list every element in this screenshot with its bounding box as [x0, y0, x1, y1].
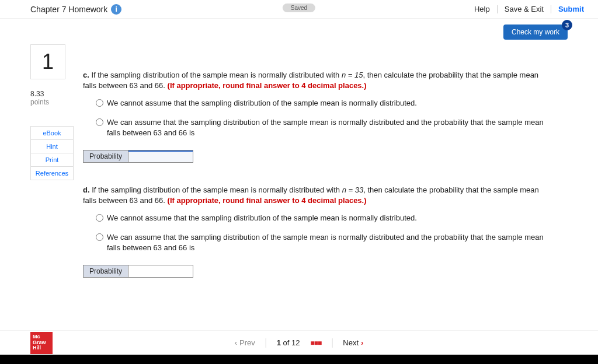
sidebar-link-ebook[interactable]: eBook: [30, 126, 74, 140]
part-c-label: c.: [83, 71, 89, 79]
chevron-right-icon: ›: [361, 338, 363, 347]
help-link[interactable]: Help: [467, 5, 497, 13]
question-content: c. If the sampling distribution of the s…: [83, 44, 568, 300]
footer: Mc Graw Hill ‹ Prev 1 of 12 ■■■ Next ›: [0, 330, 598, 364]
header-actions: Help Save & Exit Submit: [467, 5, 591, 13]
total-pages: 12: [291, 338, 300, 347]
saved-badge: Saved: [283, 4, 315, 12]
page-position: 1 of 12: [277, 338, 300, 347]
part-d-radio-2[interactable]: [96, 233, 103, 241]
part-d-note: (If appropriate, round final answer to 4…: [168, 196, 367, 205]
part-c-probability-input[interactable]: [128, 150, 193, 162]
prev-label: Prev: [239, 338, 255, 347]
next-button[interactable]: Next ›: [343, 338, 363, 347]
prev-button[interactable]: ‹ Prev: [235, 338, 255, 347]
part-d-n: n = 33: [342, 186, 364, 194]
separator: [332, 338, 332, 348]
top-bar: Chapter 7 Homework i Saved Help Save & E…: [0, 0, 598, 19]
part-d-radio-1[interactable]: [96, 214, 103, 222]
part-c-option-2-text: We can assume that the sampling distribu…: [107, 117, 550, 138]
part-c-text: c. If the sampling distribution of the s…: [83, 70, 550, 91]
next-label: Next: [343, 338, 359, 347]
question-sidebar: 1 8.33 points eBook Hint Print Reference…: [30, 44, 83, 300]
points-value: 8.33: [30, 90, 83, 98]
save-exit-link[interactable]: Save & Exit: [498, 5, 551, 13]
sidebar-link-print[interactable]: Print: [30, 153, 74, 167]
part-d-probability-cell[interactable]: [128, 265, 193, 277]
part-c-radio-2[interactable]: [96, 118, 103, 126]
part-c-note: (If appropriate, round final answer to 4…: [168, 81, 367, 90]
part-c-n: n = 15: [342, 71, 363, 79]
part-d-label: d.: [83, 186, 90, 194]
points-label: points: [30, 98, 83, 106]
logo-line: Hill: [33, 345, 53, 351]
part-c-radio-1[interactable]: [96, 99, 103, 107]
part-c-option-1-text: We cannot assume that the sampling distr…: [107, 98, 417, 108]
check-my-work-label: Check my work: [512, 28, 559, 36]
pagination: ‹ Prev 1 of 12 ■■■ Next ›: [235, 338, 364, 348]
part-d-text: d. If the sampling distribution of the s…: [83, 185, 550, 206]
part-d-option-1-text: We cannot assume that the sampling distr…: [107, 213, 417, 223]
check-my-work-button[interactable]: Check my work 3: [503, 24, 568, 40]
sidebar-link-references[interactable]: References: [30, 166, 74, 180]
submit-link[interactable]: Submit: [551, 5, 591, 13]
sidebar-link-hint[interactable]: Hint: [30, 139, 74, 153]
part-d-probability-table: Probability: [83, 265, 193, 278]
grid-icon[interactable]: ■■■: [311, 339, 322, 347]
info-icon[interactable]: i: [111, 4, 121, 15]
part-d-option-2[interactable]: We can assume that the sampling distribu…: [96, 232, 550, 253]
check-badge: 3: [562, 20, 572, 30]
question-number: 1: [30, 44, 65, 79]
part-d-option-1[interactable]: We cannot assume that the sampling distr…: [96, 213, 550, 223]
part-c: c. If the sampling distribution of the s…: [83, 70, 550, 163]
part-c-option-2[interactable]: We can assume that the sampling distribu…: [96, 117, 550, 138]
mcgraw-hill-logo: Mc Graw Hill: [30, 332, 53, 354]
part-c-probability-table: Probability: [83, 150, 193, 163]
current-page: 1: [277, 338, 281, 347]
part-d-text-seg1: If the sampling distribution of the samp…: [92, 186, 342, 194]
part-d-probability-label: Probability: [84, 265, 128, 277]
part-c-probability-label: Probability: [84, 150, 128, 162]
points-block: 8.33 points: [30, 90, 83, 107]
chevron-left-icon: ‹: [235, 338, 237, 347]
separator: [266, 338, 266, 348]
part-c-text-seg1: If the sampling distribution of the samp…: [91, 71, 341, 79]
part-d: d. If the sampling distribution of the s…: [83, 185, 550, 278]
part-c-option-1[interactable]: We cannot assume that the sampling distr…: [96, 98, 550, 108]
assignment-title: Chapter 7 Homework: [30, 5, 107, 14]
bottom-black-bar: [0, 355, 598, 364]
part-d-option-2-text: We can assume that the sampling distribu…: [107, 232, 550, 253]
of-label: of: [283, 338, 290, 347]
